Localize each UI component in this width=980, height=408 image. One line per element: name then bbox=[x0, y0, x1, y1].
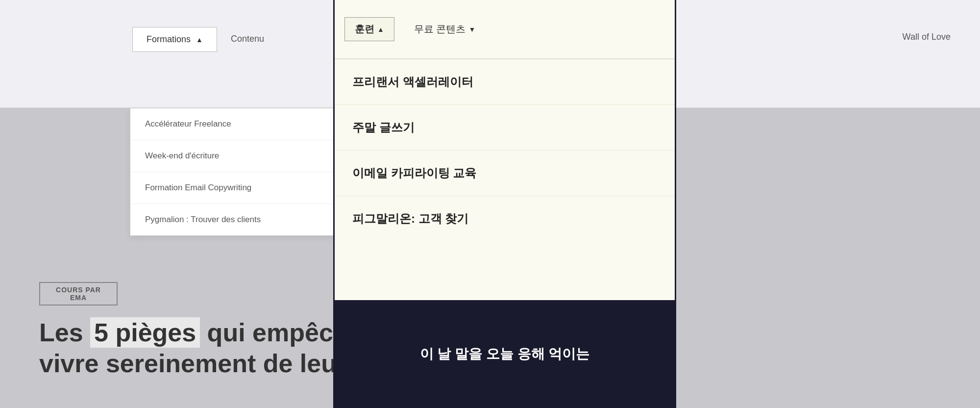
dropdown-korean: 프리랜서 액셀러레이터 주말 글쓰기 이메일 카피라이팅 교육 피그말리온: 고… bbox=[335, 59, 675, 241]
kr-item-email-copywriting[interactable]: 이메일 카피라이팅 교육 bbox=[335, 151, 675, 196]
formations-chevron: ▲ bbox=[196, 36, 203, 44]
nav-formations-fr[interactable]: Formations ▲ bbox=[132, 27, 217, 52]
wall-of-love-link[interactable]: Wall of Love bbox=[903, 32, 951, 42]
korean-bottom-section: 이 날 말을 오늘 응해 억이는 bbox=[335, 300, 675, 408]
dropdown-formations-fr: Accélérateur Freelance Week-end d'écritu… bbox=[130, 108, 336, 236]
nav-contenu-fr[interactable]: Contenu bbox=[217, 27, 278, 51]
cours-badge: COURS PAR EMA bbox=[39, 282, 118, 306]
kr-item-pygmalion[interactable]: 피그말리온: 고객 찾기 bbox=[335, 196, 675, 241]
korean-bottom-text: 이 날 말을 오늘 응해 억이는 bbox=[410, 345, 600, 363]
korean-overlay: 훈련 ▲ 무료 콘텐츠 ▼ 프리랜서 액셀러레이터 주말 글쓰기 이메일 카피라… bbox=[333, 0, 676, 408]
header-korean: 훈련 ▲ 무료 콘텐츠 ▼ bbox=[335, 0, 675, 59]
formations-label: Formations bbox=[147, 34, 191, 44]
dropdown-item-email-copywriting[interactable]: Formation Email Copywriting bbox=[130, 172, 335, 204]
contenu-label: Contenu bbox=[231, 34, 264, 44]
free-content-chevron: ▼ bbox=[468, 26, 475, 33]
hunryeon-chevron: ▲ bbox=[377, 26, 384, 33]
nav-hunryeon-kr[interactable]: 훈련 ▲ bbox=[344, 17, 394, 41]
dropdown-item-accelerateur[interactable]: Accélérateur Freelance bbox=[130, 108, 335, 140]
dropdown-item-pygmalion[interactable]: Pygmalion : Trouver des clients bbox=[130, 204, 335, 235]
kr-item-weekend-writing[interactable]: 주말 글쓰기 bbox=[335, 105, 675, 151]
headline-highlight: 5 pièges bbox=[90, 317, 200, 348]
nav-free-content-kr[interactable]: 무료 콘텐츠 ▼ bbox=[404, 18, 485, 41]
kr-item-freelancer[interactable]: 프리랜서 액셀러레이터 bbox=[335, 59, 675, 105]
wall-of-love-text: Wall of Love bbox=[903, 32, 951, 42]
headline-part1: Les bbox=[39, 318, 90, 347]
free-content-label: 무료 콘텐츠 bbox=[414, 23, 466, 36]
dropdown-item-weekend[interactable]: Week-end d'écriture bbox=[130, 140, 335, 172]
hunryeon-label: 훈련 bbox=[355, 23, 374, 36]
